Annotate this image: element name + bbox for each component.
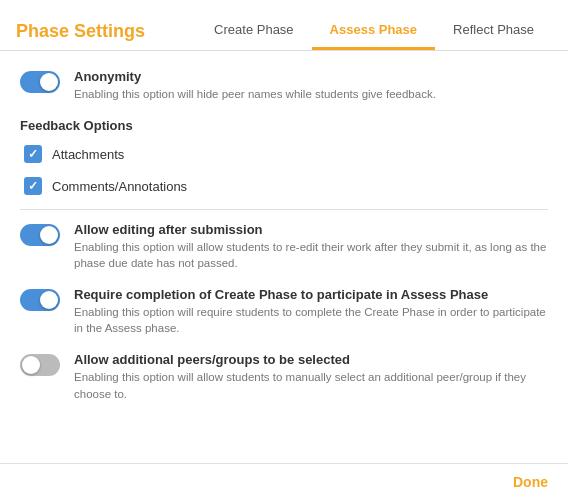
allow-editing-knob	[40, 226, 58, 244]
allow-editing-description: Enabling this option will allow students…	[74, 239, 548, 271]
comments-label: Comments/Annotations	[52, 179, 187, 194]
allow-editing-toggle-wrap[interactable]	[20, 224, 60, 246]
allow-peers-knob	[22, 356, 40, 374]
feedback-options-label: Feedback Options	[20, 118, 548, 133]
allow-editing-toggle[interactable]	[20, 224, 60, 246]
require-completion-toggle-wrap[interactable]	[20, 289, 60, 311]
comments-checkbox[interactable]: ✓	[24, 177, 42, 195]
tab-create-phase[interactable]: Create Phase	[196, 12, 312, 50]
page-title: Phase Settings	[16, 21, 145, 42]
anonymity-row: Anonymity Enabling this option will hide…	[20, 69, 548, 102]
tab-reflect-phase[interactable]: Reflect Phase	[435, 12, 552, 50]
anonymity-text: Anonymity Enabling this option will hide…	[74, 69, 436, 102]
attachments-row: ✓ Attachments	[20, 145, 548, 163]
require-completion-description: Enabling this option will require studen…	[74, 304, 548, 336]
divider-1	[20, 209, 548, 210]
allow-peers-toggle[interactable]	[20, 354, 60, 376]
allow-editing-row: Allow editing after submission Enabling …	[20, 222, 548, 271]
done-button[interactable]: Done	[513, 474, 548, 490]
attachments-checkbox[interactable]: ✓	[24, 145, 42, 163]
require-completion-row: Require completion of Create Phase to pa…	[20, 287, 548, 336]
comments-row: ✓ Comments/Annotations	[20, 177, 548, 195]
allow-peers-description: Enabling this option will allow students…	[74, 369, 548, 401]
header: Phase Settings Create Phase Assess Phase…	[0, 0, 568, 51]
allow-editing-text: Allow editing after submission Enabling …	[74, 222, 548, 271]
tab-bar: Create Phase Assess Phase Reflect Phase	[196, 12, 552, 50]
anonymity-description: Enabling this option will hide peer name…	[74, 86, 436, 102]
content-area: Anonymity Enabling this option will hide…	[0, 51, 568, 434]
tab-assess-phase[interactable]: Assess Phase	[312, 12, 435, 50]
allow-peers-text: Allow additional peers/groups to be sele…	[74, 352, 548, 401]
anonymity-toggle-knob	[40, 73, 58, 91]
attachments-label: Attachments	[52, 147, 124, 162]
attachments-checkmark: ✓	[28, 148, 38, 160]
page-wrapper: Phase Settings Create Phase Assess Phase…	[0, 0, 568, 500]
comments-checkmark: ✓	[28, 180, 38, 192]
anonymity-label: Anonymity	[74, 69, 436, 84]
require-completion-toggle[interactable]	[20, 289, 60, 311]
require-completion-knob	[40, 291, 58, 309]
require-completion-text: Require completion of Create Phase to pa…	[74, 287, 548, 336]
allow-editing-label: Allow editing after submission	[74, 222, 548, 237]
allow-peers-toggle-wrap[interactable]	[20, 354, 60, 376]
allow-peers-label: Allow additional peers/groups to be sele…	[74, 352, 548, 367]
anonymity-toggle-wrap[interactable]	[20, 71, 60, 93]
footer: Done	[0, 463, 568, 500]
require-completion-label: Require completion of Create Phase to pa…	[74, 287, 548, 302]
anonymity-toggle[interactable]	[20, 71, 60, 93]
allow-peers-row: Allow additional peers/groups to be sele…	[20, 352, 548, 401]
